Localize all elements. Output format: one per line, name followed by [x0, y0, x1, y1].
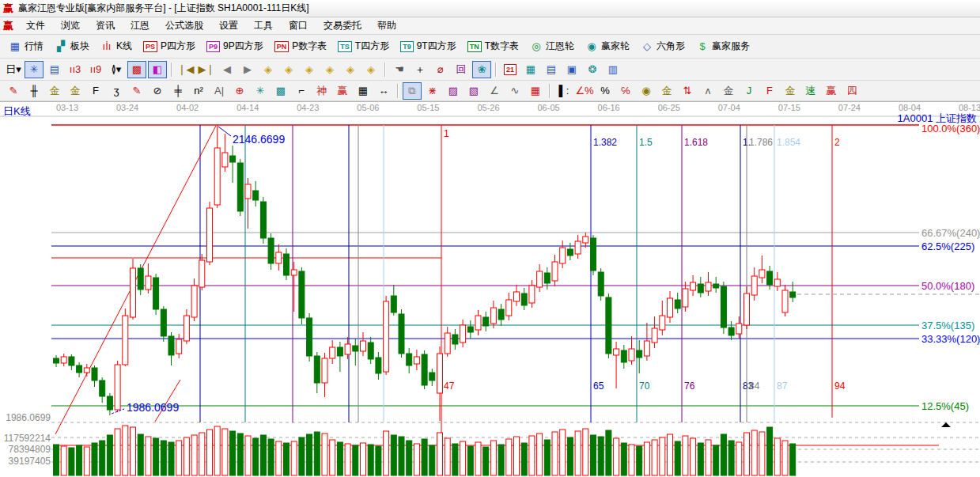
- menu-item-3[interactable]: 资讯: [88, 18, 123, 32]
- su-angle-button[interactable]: 速: [801, 82, 820, 100]
- width-measure-button[interactable]: ↔: [374, 82, 393, 100]
- winner-wheel-button[interactable]: ◉赢家轮: [581, 37, 634, 55]
- menu-item-4[interactable]: 江恩: [123, 18, 157, 32]
- nine-p-square-button[interactable]: P99P四方形: [202, 37, 268, 55]
- updown-button[interactable]: ⇅: [678, 82, 697, 100]
- zoom-off-button[interactable]: ⌀: [431, 61, 450, 78]
- ying-tool-button[interactable]: 赢: [333, 82, 352, 100]
- mirror-button[interactable]: A|: [210, 82, 229, 100]
- shen-tool-button[interactable]: 神: [312, 82, 331, 100]
- zigzag-button[interactable]: ∿: [505, 82, 524, 100]
- profile-button[interactable]: ◧: [148, 61, 167, 78]
- bars-compare-button[interactable]: ▌:: [554, 82, 573, 100]
- nine-bars-button[interactable]: ıı9: [86, 61, 105, 78]
- menu-item-7[interactable]: 工具: [246, 18, 281, 32]
- diamond-right-button[interactable]: ◈: [279, 61, 298, 78]
- maze-tool-button[interactable]: 回: [452, 61, 471, 78]
- box-select-button[interactable]: ⧉: [403, 82, 422, 100]
- brush-tool-button[interactable]: ✎: [4, 82, 23, 100]
- gann-box2-button[interactable]: ▨: [444, 82, 463, 100]
- gann-box-button[interactable]: ▩: [127, 61, 146, 78]
- nine-t-square-button[interactable]: T99T四方形: [395, 37, 461, 55]
- trend-rays-button[interactable]: ∠: [485, 82, 504, 100]
- t-square-button[interactable]: TST四方形: [333, 37, 394, 55]
- quotes-button[interactable]: ▦行情: [4, 37, 48, 55]
- ying-angle-button[interactable]: 赢: [822, 82, 841, 100]
- mark-button[interactable]: ⌐: [292, 82, 311, 100]
- circle-angle-button[interactable]: ⊘: [148, 82, 167, 100]
- gold-section-b-button[interactable]: 金: [66, 82, 85, 100]
- diamond-star-button[interactable]: ◈: [341, 61, 360, 78]
- diamond-cross-button[interactable]: ◈: [361, 61, 380, 78]
- three-bars-button[interactable]: ıı3: [66, 61, 85, 78]
- candle-body: [483, 317, 489, 326]
- save-button[interactable]: ▣: [562, 61, 581, 78]
- menu-item-8[interactable]: 窗口: [281, 18, 316, 32]
- j-angle-button[interactable]: J: [740, 82, 759, 100]
- diamond-expand-button[interactable]: ◈: [320, 61, 339, 78]
- ruler-button[interactable]: ╪: [168, 82, 187, 100]
- diamond-hexpand-button[interactable]: ◈: [300, 61, 319, 78]
- menu-item-9[interactable]: 交易委托: [316, 18, 369, 32]
- gann-wheel-button[interactable]: ◎江恩轮: [525, 37, 579, 55]
- spider-web-button[interactable]: ✳: [251, 82, 270, 100]
- hexagon-button-label: 六角形: [656, 40, 685, 53]
- menu-item-5[interactable]: 公式选股: [157, 18, 211, 32]
- t-number-table-button[interactable]: TNT数字表: [463, 37, 524, 55]
- hand-tool-button[interactable]: ☚: [390, 61, 409, 78]
- angle-percent-button[interactable]: ∠%: [575, 82, 594, 100]
- percent-button[interactable]: %: [596, 82, 615, 100]
- menu-item-6[interactable]: 设置: [211, 18, 246, 32]
- calendar-button[interactable]: 21: [501, 61, 520, 78]
- period-day-icon: 日▾: [6, 62, 21, 77]
- region-tool-button[interactable]: ❀: [472, 61, 491, 78]
- gold-section-a-button[interactable]: 金: [45, 82, 64, 100]
- menu-item-10[interactable]: 帮助: [369, 18, 404, 32]
- pen-icon: ✎: [133, 85, 142, 97]
- service-button[interactable]: $赢家服务: [691, 37, 755, 55]
- info-list-button[interactable]: ▤: [45, 61, 64, 78]
- wave-button[interactable]: ʌ: [698, 82, 717, 100]
- spiral-button[interactable]: ʒ: [107, 82, 126, 100]
- gold-line-button[interactable]: 金: [657, 82, 676, 100]
- menu-item-1[interactable]: 文件: [18, 18, 53, 32]
- next-bar-button[interactable]: ▶: [238, 61, 257, 78]
- grid123-button[interactable]: ▦: [354, 82, 373, 100]
- crosshair-button[interactable]: ＋: [411, 61, 429, 78]
- period-selector-button[interactable]: 日▾: [4, 61, 23, 78]
- candlestick-chart[interactable]: 1471.382651.5701.618761.831.786841.85487…: [0, 102, 980, 477]
- menu-item-2[interactable]: 浏览: [53, 18, 88, 32]
- gold-angle-button[interactable]: 金: [719, 82, 738, 100]
- web-update-button[interactable]: ❂: [583, 61, 602, 78]
- last-bar-button[interactable]: ▶❘: [197, 61, 216, 78]
- ray-fan-button[interactable]: ⋇: [423, 82, 442, 100]
- si-angle-button[interactable]: 四: [842, 82, 861, 100]
- n-square-button[interactable]: n²: [189, 82, 208, 100]
- first-bar-button[interactable]: ❘◀: [176, 61, 195, 78]
- f-angle-button[interactable]: F: [760, 82, 779, 100]
- hexagon-button[interactable]: ◇六角形: [636, 37, 690, 55]
- square-web-button[interactable]: ▩: [271, 82, 290, 100]
- title-bar[interactable]: 赢 赢家江恩专业版[赢家内部服务平台] - [上证指数 SH1A0001-111…: [0, 0, 980, 17]
- gold-circle-button[interactable]: ◉: [637, 82, 656, 100]
- circle-cross-button[interactable]: ⊕: [230, 82, 249, 100]
- notes-button[interactable]: ▤: [542, 61, 561, 78]
- candle-style-button[interactable]: ≬▾: [107, 61, 126, 78]
- prev-bar-button[interactable]: ◀: [218, 61, 236, 78]
- gann-scale-button[interactable]: ╫: [25, 82, 44, 100]
- gold-angle2-button[interactable]: 金: [781, 82, 800, 100]
- percent-line-button[interactable]: ℅: [616, 82, 635, 100]
- system-button[interactable]: ▥: [604, 61, 622, 78]
- pattern-button[interactable]: ✳: [25, 61, 44, 78]
- p-number-table-button[interactable]: PNP数字表: [270, 37, 332, 55]
- kline-button[interactable]: ıİıK线: [96, 37, 137, 55]
- diamond-left-button[interactable]: ◈: [259, 61, 278, 78]
- gann-box3-button[interactable]: ▧: [464, 82, 483, 100]
- volume-bar: [146, 437, 151, 475]
- fibonacci-button[interactable]: F: [86, 82, 105, 100]
- pen-tool-button[interactable]: ✎: [127, 82, 146, 100]
- sectors-button[interactable]: ▞板块: [50, 37, 94, 55]
- red-grid-button[interactable]: ▦: [526, 82, 545, 100]
- calculator-button[interactable]: ▦: [521, 61, 540, 78]
- p-square-button[interactable]: PSP四方形: [138, 37, 200, 55]
